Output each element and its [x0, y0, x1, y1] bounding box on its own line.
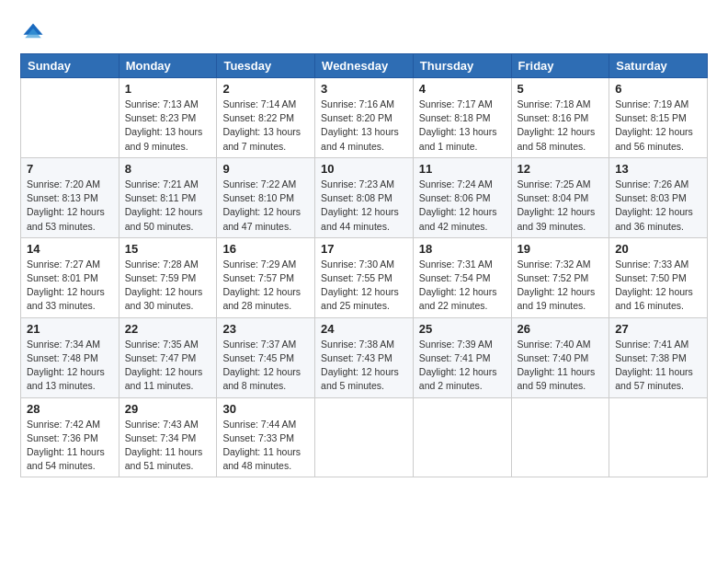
day-info: Sunrise: 7:13 AMSunset: 8:23 PMDaylight:…: [125, 98, 211, 154]
day-info: Sunrise: 7:33 AMSunset: 7:50 PMDaylight:…: [615, 258, 701, 314]
day-number: 27: [615, 322, 701, 336]
week-row-3: 14Sunrise: 7:27 AMSunset: 8:01 PMDayligh…: [21, 237, 708, 317]
week-row-4: 21Sunrise: 7:34 AMSunset: 7:48 PMDayligh…: [21, 317, 708, 397]
calendar-cell: [413, 397, 511, 477]
day-number: 3: [321, 82, 407, 96]
calendar-cell: 15Sunrise: 7:28 AMSunset: 7:59 PMDayligh…: [119, 237, 217, 317]
day-number: 9: [222, 162, 309, 176]
calendar-cell: 16Sunrise: 7:29 AMSunset: 7:57 PMDayligh…: [217, 237, 315, 317]
day-number: 25: [419, 322, 506, 336]
day-number: 5: [518, 82, 604, 96]
day-number: 10: [321, 162, 407, 176]
calendar-cell: 4Sunrise: 7:17 AMSunset: 8:18 PMDaylight…: [413, 78, 511, 158]
logo: [20, 20, 48, 46]
day-number: 12: [518, 162, 604, 176]
day-info: Sunrise: 7:29 AMSunset: 7:57 PMDaylight:…: [222, 258, 309, 314]
day-info: Sunrise: 7:34 AMSunset: 7:48 PMDaylight:…: [27, 338, 113, 394]
day-number: 17: [321, 242, 407, 256]
calendar-cell: 11Sunrise: 7:24 AMSunset: 8:06 PMDayligh…: [413, 157, 511, 237]
calendar-cell: 28Sunrise: 7:42 AMSunset: 7:36 PMDayligh…: [21, 397, 119, 477]
calendar-cell: 23Sunrise: 7:37 AMSunset: 7:45 PMDayligh…: [217, 317, 315, 397]
weekday-header-friday: Friday: [511, 54, 609, 78]
day-info: Sunrise: 7:19 AMSunset: 8:15 PMDaylight:…: [615, 98, 701, 154]
calendar-cell: 27Sunrise: 7:41 AMSunset: 7:38 PMDayligh…: [609, 317, 708, 397]
day-info: Sunrise: 7:22 AMSunset: 8:10 PMDaylight:…: [222, 178, 309, 234]
weekday-header-wednesday: Wednesday: [315, 54, 414, 78]
day-info: Sunrise: 7:44 AMSunset: 7:33 PMDaylight:…: [222, 418, 309, 474]
day-number: 26: [518, 322, 604, 336]
day-number: 14: [27, 242, 113, 256]
calendar-cell: 1Sunrise: 7:13 AMSunset: 8:23 PMDaylight…: [119, 78, 217, 158]
weekday-header-sunday: Sunday: [21, 54, 119, 78]
calendar-cell: [609, 397, 708, 477]
day-info: Sunrise: 7:14 AMSunset: 8:22 PMDaylight:…: [222, 98, 309, 154]
day-number: 18: [419, 242, 506, 256]
day-number: 6: [615, 82, 701, 96]
calendar-cell: 18Sunrise: 7:31 AMSunset: 7:54 PMDayligh…: [413, 237, 511, 317]
calendar-cell: 10Sunrise: 7:23 AMSunset: 8:08 PMDayligh…: [315, 157, 414, 237]
day-number: 16: [222, 242, 309, 256]
day-info: Sunrise: 7:24 AMSunset: 8:06 PMDaylight:…: [419, 178, 506, 234]
calendar-cell: [511, 397, 609, 477]
calendar-cell: 3Sunrise: 7:16 AMSunset: 8:20 PMDaylight…: [315, 78, 414, 158]
day-number: 24: [321, 322, 407, 336]
calendar-cell: 12Sunrise: 7:25 AMSunset: 8:04 PMDayligh…: [511, 157, 609, 237]
header: [20, 17, 708, 46]
calendar-cell: 26Sunrise: 7:40 AMSunset: 7:40 PMDayligh…: [511, 317, 609, 397]
weekday-header-saturday: Saturday: [609, 54, 708, 78]
day-info: Sunrise: 7:27 AMSunset: 8:01 PMDaylight:…: [27, 258, 113, 314]
calendar-cell: 13Sunrise: 7:26 AMSunset: 8:03 PMDayligh…: [609, 157, 708, 237]
day-info: Sunrise: 7:28 AMSunset: 7:59 PMDaylight:…: [125, 258, 211, 314]
day-number: 19: [518, 242, 604, 256]
day-info: Sunrise: 7:21 AMSunset: 8:11 PMDaylight:…: [125, 178, 211, 234]
day-number: 4: [419, 82, 506, 96]
weekday-header-row: SundayMondayTuesdayWednesdayThursdayFrid…: [21, 54, 708, 78]
day-number: 29: [125, 402, 211, 416]
day-number: 22: [125, 322, 211, 336]
day-number: 2: [222, 82, 309, 96]
day-number: 7: [27, 162, 113, 176]
calendar-cell: 22Sunrise: 7:35 AMSunset: 7:47 PMDayligh…: [119, 317, 217, 397]
day-info: Sunrise: 7:38 AMSunset: 7:43 PMDaylight:…: [321, 338, 407, 394]
day-number: 20: [615, 242, 701, 256]
day-number: 28: [27, 402, 113, 416]
day-info: Sunrise: 7:31 AMSunset: 7:54 PMDaylight:…: [419, 258, 506, 314]
calendar-cell: 5Sunrise: 7:18 AMSunset: 8:16 PMDaylight…: [511, 78, 609, 158]
day-info: Sunrise: 7:32 AMSunset: 7:52 PMDaylight:…: [518, 258, 604, 314]
day-info: Sunrise: 7:26 AMSunset: 8:03 PMDaylight:…: [615, 178, 701, 234]
calendar-cell: 20Sunrise: 7:33 AMSunset: 7:50 PMDayligh…: [609, 237, 708, 317]
calendar-cell: 6Sunrise: 7:19 AMSunset: 8:15 PMDaylight…: [609, 78, 708, 158]
calendar-cell: 2Sunrise: 7:14 AMSunset: 8:22 PMDaylight…: [217, 78, 315, 158]
day-number: 21: [27, 322, 113, 336]
calendar-cell: 29Sunrise: 7:43 AMSunset: 7:34 PMDayligh…: [119, 397, 217, 477]
day-info: Sunrise: 7:25 AMSunset: 8:04 PMDaylight:…: [518, 178, 604, 234]
weekday-header-tuesday: Tuesday: [217, 54, 315, 78]
day-number: 13: [615, 162, 701, 176]
calendar-cell: 7Sunrise: 7:20 AMSunset: 8:13 PMDaylight…: [21, 157, 119, 237]
weekday-header-thursday: Thursday: [413, 54, 511, 78]
day-info: Sunrise: 7:35 AMSunset: 7:47 PMDaylight:…: [125, 338, 211, 394]
calendar-cell: 21Sunrise: 7:34 AMSunset: 7:48 PMDayligh…: [21, 317, 119, 397]
calendar-cell: [21, 78, 119, 158]
day-info: Sunrise: 7:43 AMSunset: 7:34 PMDaylight:…: [125, 418, 211, 474]
day-number: 11: [419, 162, 506, 176]
day-number: 1: [125, 82, 211, 96]
week-row-5: 28Sunrise: 7:42 AMSunset: 7:36 PMDayligh…: [21, 397, 708, 477]
calendar-cell: 19Sunrise: 7:32 AMSunset: 7:52 PMDayligh…: [511, 237, 609, 317]
day-info: Sunrise: 7:42 AMSunset: 7:36 PMDaylight:…: [27, 418, 113, 474]
day-number: 23: [222, 322, 309, 336]
day-info: Sunrise: 7:41 AMSunset: 7:38 PMDaylight:…: [615, 338, 701, 394]
calendar-cell: 24Sunrise: 7:38 AMSunset: 7:43 PMDayligh…: [315, 317, 414, 397]
day-info: Sunrise: 7:18 AMSunset: 8:16 PMDaylight:…: [518, 98, 604, 154]
page: SundayMondayTuesdayWednesdayThursdayFrid…: [0, 0, 728, 563]
calendar-cell: 8Sunrise: 7:21 AMSunset: 8:11 PMDaylight…: [119, 157, 217, 237]
day-info: Sunrise: 7:17 AMSunset: 8:18 PMDaylight:…: [419, 98, 506, 154]
day-info: Sunrise: 7:40 AMSunset: 7:40 PMDaylight:…: [518, 338, 604, 394]
day-info: Sunrise: 7:39 AMSunset: 7:41 PMDaylight:…: [419, 338, 506, 394]
calendar-cell: 25Sunrise: 7:39 AMSunset: 7:41 PMDayligh…: [413, 317, 511, 397]
logo-icon: [20, 20, 46, 46]
calendar-cell: [315, 397, 414, 477]
day-number: 15: [125, 242, 211, 256]
day-info: Sunrise: 7:23 AMSunset: 8:08 PMDaylight:…: [321, 178, 407, 234]
weekday-header-monday: Monday: [119, 54, 217, 78]
